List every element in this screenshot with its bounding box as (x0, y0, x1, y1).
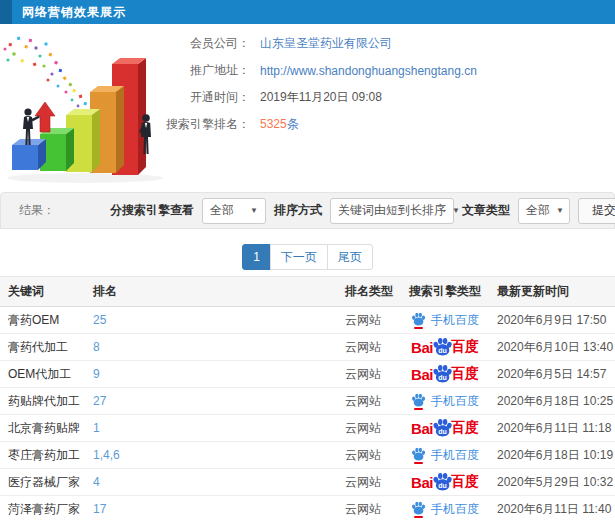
keyword-cell: OEM代加工 (0, 361, 85, 388)
updated-cell: 2020年5月29日 10:32 (489, 469, 615, 496)
updated-cell: 2020年6月11日 11:40 (489, 496, 615, 520)
search-engine-logo: 手机百度 Bai du 百度 (401, 447, 489, 464)
keyword-cell: 膏药OEM (0, 307, 85, 334)
mobile-baidu-underline (414, 462, 423, 464)
mobile-baidu-underline (414, 408, 423, 410)
header-updated: 最新更新时间 (489, 277, 615, 307)
rank-type-cell: 云网站 (337, 442, 401, 469)
rank-type-cell: 云网站 (337, 415, 401, 442)
baidu-paw-icon (411, 447, 426, 461)
header-engine-type: 搜索引擎类型 (401, 277, 489, 307)
submit-button[interactable]: 提交 (578, 198, 615, 224)
table-row: 膏药代加工 8 云网站 手机百度 Bai du 百度 (0, 334, 615, 361)
confetti-dots (4, 37, 88, 114)
engine-filter-select[interactable]: 全部 ▼ (202, 198, 266, 224)
pagination-last[interactable]: 尾页 (327, 244, 373, 270)
ranking-count-number: 5325 (260, 117, 287, 131)
chevron-down-icon: ▼ (250, 206, 258, 215)
rank-type-cell: 云网站 (337, 334, 401, 361)
search-engine-logo: 手机百度 Bai du 百度 (401, 393, 489, 410)
sort-filter-value: 关键词由短到长排序 (338, 202, 446, 219)
keyword-cell: 医疗器械厂家 (0, 469, 85, 496)
pagination-next[interactable]: 下一页 (270, 244, 328, 270)
baidu-logo: Bai du 百度 (411, 418, 479, 439)
baidu-du-text: du (438, 482, 447, 489)
header-rank-type: 排名类型 (337, 277, 401, 307)
search-engine-logo: 手机百度 Bai du 百度 (401, 364, 489, 385)
baidu-du-text: du (438, 347, 447, 354)
company-name-link[interactable]: 山东皇圣堂药业有限公司 (260, 35, 392, 52)
header-rank: 排名 (85, 277, 337, 307)
chevron-down-icon: ▼ (556, 206, 564, 215)
rank-link[interactable]: 1 (93, 421, 100, 435)
table-row: 菏泽膏药厂家 17 云网站 手机百度 Bai du 百度 (0, 496, 615, 520)
result-label: 结果： (19, 202, 55, 219)
pagination-page-1[interactable]: 1 (242, 244, 271, 270)
updated-cell: 2020年6月11日 11:18 (489, 415, 615, 442)
header-keyword: 关键词 (0, 277, 85, 307)
baidu-du-text: du (438, 428, 447, 435)
rank-link[interactable]: 25 (93, 313, 106, 327)
rank-cell: 17 (85, 496, 337, 520)
baidu-cn-text: 百度 (451, 473, 479, 491)
search-engine-logo: 手机百度 Bai du 百度 (401, 418, 489, 439)
rank-link[interactable]: 27 (93, 394, 106, 408)
article-type-filter-select[interactable]: 全部 ▼ (518, 198, 570, 224)
article-type-filter-label: 文章类型 (462, 202, 510, 219)
page-title: 网络营销效果展示 (22, 4, 126, 21)
keyword-rank-table: 关键词 排名 排名类型 搜索引擎类型 最新更新时间 膏药OEM 25 云网站 手… (0, 276, 615, 520)
rank-link[interactable]: 9 (93, 367, 100, 381)
mobile-baidu-text: 手机百度 (431, 501, 479, 518)
baidu-cn-text: 百度 (451, 365, 479, 383)
baidu-bai-text: Bai (411, 420, 433, 437)
rank-type-cell: 云网站 (337, 469, 401, 496)
rank-type-cell: 云网站 (337, 361, 401, 388)
growth-chart-illustration (0, 32, 185, 190)
mobile-baidu-underline (414, 516, 423, 518)
mobile-baidu-underline (414, 327, 423, 329)
keyword-cell: 药贴牌代加工 (0, 388, 85, 415)
search-engine-logo: 手机百度 Bai du 百度 (401, 312, 489, 329)
rank-link[interactable]: 4 (93, 475, 100, 489)
promo-url-link[interactable]: http://www.shandonghuangshengtang.cn (260, 64, 477, 78)
rank-type-cell: 云网站 (337, 388, 401, 415)
rank-link[interactable]: 17 (93, 502, 106, 516)
table-row: 医疗器械厂家 4 云网站 手机百度 Bai du 百度 (0, 469, 615, 496)
keyword-cell: 膏药代加工 (0, 334, 85, 361)
updated-cell: 2020年6月18日 10:25 (489, 388, 615, 415)
info-row-url: 推广地址： http://www.shandonghuangshengtang.… (150, 57, 615, 84)
engine-filter-label: 分搜索引擎查看 (110, 202, 194, 219)
rank-cell: 1 (85, 415, 337, 442)
account-info-section: 会员公司： 山东皇圣堂药业有限公司 推广地址： http://www.shand… (0, 24, 615, 192)
rank-cell: 25 (85, 307, 337, 334)
updated-cell: 2020年6月10日 13:40 (489, 334, 615, 361)
rank-cell: 4 (85, 469, 337, 496)
table-row: 膏药OEM 25 云网站 手机百度 Bai du 百度 (0, 307, 615, 334)
open-time-value: 2019年11月20日 09:08 (260, 89, 382, 106)
mobile-baidu-logo: 手机百度 (411, 312, 479, 329)
keyword-cell: 菏泽膏药厂家 (0, 496, 85, 520)
search-engine-logo: 手机百度 Bai du 百度 (401, 501, 489, 518)
keyword-cell: 枣庄膏药加工 (0, 442, 85, 469)
pagination: 1 下一页 尾页 (0, 244, 615, 270)
ranking-count-value[interactable]: 5325条 (260, 116, 299, 133)
rank-cell: 1,4,6 (85, 442, 337, 469)
ranking-count-unit: 条 (287, 117, 299, 131)
baidu-cn-text: 百度 (451, 338, 479, 356)
baidu-paw-icon (411, 393, 426, 407)
rank-cell: 27 (85, 388, 337, 415)
updated-cell: 2020年6月5日 14:57 (489, 361, 615, 388)
rank-cell: 8 (85, 334, 337, 361)
rank-type-cell: 云网站 (337, 496, 401, 520)
rank-type-cell: 云网站 (337, 307, 401, 334)
baidu-bai-text: Bai (411, 339, 433, 356)
baidu-paw-icon (411, 312, 426, 326)
rank-link[interactable]: 1,4,6 (93, 448, 120, 462)
baidu-paw-icon (411, 501, 426, 515)
title-bar: 网络营销效果展示 (0, 0, 615, 24)
mobile-baidu-text: 手机百度 (431, 393, 479, 410)
table-row: 北京膏药贴牌 1 云网站 手机百度 Bai du 百度 (0, 415, 615, 442)
sort-filter-select[interactable]: 关键词由短到长排序 ▼ (330, 198, 454, 224)
rank-link[interactable]: 8 (93, 340, 100, 354)
chevron-down-icon: ▼ (452, 206, 460, 215)
